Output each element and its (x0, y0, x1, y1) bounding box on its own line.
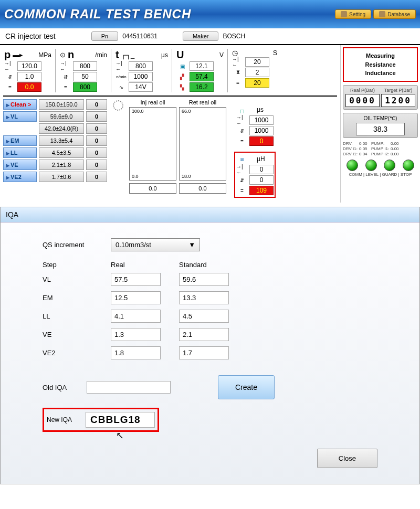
new-iqa-value: CBBLG18 (86, 412, 155, 428)
status-leds (343, 160, 418, 171)
rpm-icon: ⊙ (60, 51, 66, 59)
iqa-step-label: EM (43, 294, 111, 302)
tolerance-icon: ⇵ (236, 176, 248, 184)
target-pressure: 1200 (381, 94, 415, 107)
steps-list: Clean >150.0±150.00VL59.6±9.0042.0±24.0(… (3, 99, 107, 198)
step-button[interactable]: EM (3, 135, 37, 146)
step-button[interactable]: VL (3, 111, 37, 122)
iqa-std-input[interactable]: 1.7 (179, 346, 229, 359)
iqa-real-input[interactable]: 1.3 (111, 328, 161, 341)
equals-icon: = (4, 83, 16, 91)
boost-icon: ▞ (176, 72, 188, 81)
step-count: 0 (86, 135, 107, 146)
callout-box: MeasuringResistanceInductance (343, 47, 418, 82)
arrow-in-icon: →|← (116, 62, 127, 70)
step-row: VE2.1±1.80 (3, 160, 107, 170)
iqa-std-input[interactable]: 2.1 (179, 328, 229, 341)
pn-button[interactable]: Pn (91, 31, 118, 41)
tolerance-icon: ⇵ (4, 72, 16, 81)
close-button[interactable]: Close (317, 449, 377, 468)
arrow-in-icon: →|← (232, 58, 244, 66)
title-bar: COMMON RAIL TEST BENCH Setting Database (0, 0, 420, 28)
arrow-in-icon: →|← (236, 116, 248, 124)
equals-icon: = (236, 186, 248, 195)
clock-icon: ◷ (232, 49, 238, 57)
n-target[interactable]: 800 (73, 61, 97, 71)
p-target[interactable]: 120.0 (17, 61, 41, 71)
maker-button[interactable]: Maker (183, 31, 219, 41)
equals-icon: = (236, 137, 248, 145)
arrow-in-icon: →|← (236, 165, 248, 174)
iqa-dialog: IQA QS increment 0.10mm3/st▼ Step Real S… (0, 207, 420, 484)
iqa-data-row: LL4.14.5 (43, 310, 377, 323)
drive-stats: DRV:0.00PUMP:0.00 DRV I1:0.05PUMP I1:0.0… (343, 141, 418, 156)
iqa-step-label: LL (43, 312, 111, 320)
n-tol[interactable]: 50 (73, 72, 97, 81)
iqa-step-label: VE2 (43, 349, 111, 357)
arrow-in-icon: →|← (60, 62, 71, 70)
t-r3[interactable]: 14V (129, 82, 153, 92)
old-iqa-input[interactable] (87, 381, 171, 394)
create-button[interactable]: Create (218, 375, 275, 399)
ret-oil-title: Ret real oil (179, 99, 226, 105)
inj-oil-chart: 300.0 0.0 (129, 107, 176, 181)
t-r2[interactable]: 1000 (129, 72, 153, 81)
iqa-data-row: VE21.81.7 (43, 346, 377, 359)
step-row: VE21.7±0.60 (3, 172, 107, 182)
step-range: 4.5±3.5 (39, 147, 84, 158)
p-tol[interactable]: 1.0 (17, 72, 41, 81)
iqa-std-input[interactable]: 4.5 (179, 310, 229, 323)
param-row: p▬▸MPa →|←120.0 ⇵1.0 =0.0 ⊙n/min →|←800 … (3, 47, 337, 97)
inductor-icon: ≋ (236, 155, 248, 163)
step-row: 42.0±24.0(R)0 (3, 123, 107, 134)
step-button[interactable]: VE2 (3, 172, 37, 182)
app-title: COMMON RAIL TEST BENCH (4, 7, 191, 22)
step-row: EM13.3±5.40 (3, 135, 107, 146)
iqa-step-label: VE (43, 331, 111, 338)
boost2-icon: ▚ (176, 83, 188, 91)
sub-header: CR injector test Pn 0445110631 Maker BOS… (0, 28, 420, 45)
wave-icon: ∿ (116, 83, 127, 91)
database-button[interactable]: Database (373, 9, 416, 19)
step-range: 1.7±0.6 (39, 172, 84, 182)
p-actual: 0.0 (17, 82, 41, 92)
step-range: 42.0±24.0(R) (39, 123, 84, 134)
iqa-data-row: VL57.559.6 (43, 273, 377, 286)
led-stop (403, 160, 414, 171)
tolerance-icon: ⇵ (60, 72, 71, 81)
database-icon (379, 11, 385, 17)
step-button[interactable]: VE (3, 160, 37, 170)
iqa-std-input[interactable]: 13.3 (179, 291, 229, 304)
iqa-real-input[interactable]: 1.8 (111, 346, 161, 359)
s-r1[interactable]: 20 (245, 57, 269, 67)
battery-icon: ▣ (176, 62, 188, 70)
u-r2: 57.4 (190, 72, 214, 81)
pulse-icon: ┌┐ (236, 105, 248, 114)
iqa-title: IQA (1, 207, 419, 222)
step-range: 150.0±150.0 (39, 99, 84, 110)
s-r3: 20 (245, 78, 269, 88)
setting-button[interactable]: Setting (335, 9, 371, 19)
n-actual: 800 (73, 82, 97, 92)
spinner-icon (113, 100, 123, 111)
qs-increment-select[interactable]: 0.10mm3/st▼ (111, 238, 200, 251)
s-r2[interactable]: 2 (245, 68, 269, 77)
t-target[interactable]: 800 (129, 61, 153, 71)
u-r3: 16.2 (190, 82, 214, 92)
equals-icon: = (232, 79, 244, 87)
iqa-real-input[interactable]: 57.5 (111, 273, 161, 286)
iqa-real-input[interactable]: 4.1 (111, 310, 161, 323)
pn-value: 0445110631 (122, 33, 158, 40)
chevron-down-icon: ▼ (188, 241, 195, 249)
step-range: 59.6±9.0 (39, 111, 84, 122)
pressure-panel: Real P(Bar)0000 Target P(Bar)1200 (343, 85, 418, 110)
iqa-std-input[interactable]: 59.6 (179, 273, 229, 286)
iqa-real-input[interactable]: 12.5 (111, 291, 161, 304)
step-count: 0 (86, 147, 107, 158)
step-button[interactable]: Clean > (3, 99, 37, 110)
us-block: ┌┐µs →|←1000 ⇵1000 =0 (234, 102, 276, 149)
pulse-icon: ┌┐_ (121, 51, 135, 59)
step-button[interactable]: LL (3, 147, 37, 158)
step-row: VL59.6±9.00 (3, 111, 107, 122)
led-comm (346, 160, 358, 171)
